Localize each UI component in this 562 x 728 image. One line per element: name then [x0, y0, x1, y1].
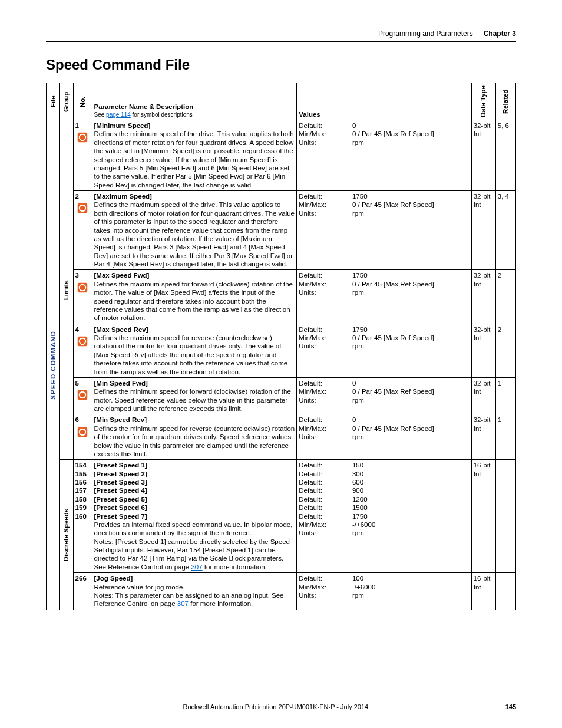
- edit-icon: [77, 336, 88, 347]
- group-discrete-speeds: Discrete Speeds: [59, 460, 73, 610]
- edit-icon: [77, 427, 88, 437]
- param-no: 154155156157158159160: [73, 460, 92, 573]
- edit-icon: [77, 390, 88, 400]
- param-related: [495, 460, 515, 573]
- edit-icon: [77, 203, 88, 213]
- page-number: 145: [505, 703, 516, 710]
- param-no: 6: [73, 414, 92, 460]
- param-value-values: 17500 / Par 45 [Max Ref Speed]rpm: [351, 324, 471, 377]
- col-related: Related: [495, 83, 515, 120]
- col-param: Parameter Name & Description See page 11…: [92, 83, 297, 120]
- param-value-labels: Default:Min/Max:Units:: [297, 324, 351, 377]
- param-desc: [Min Speed Fwd]Defines the minimum speed…: [92, 377, 297, 414]
- param-value-values: 00 / Par 45 [Max Ref Speed]rpm: [351, 414, 471, 460]
- param-related: 2: [495, 270, 515, 324]
- chapter-title: Programming and Parameters: [378, 29, 473, 38]
- param-value-labels: Default:Min/Max:Units:: [297, 377, 351, 414]
- col-group: Group: [59, 83, 73, 120]
- chapter-label: Chapter 3: [484, 29, 516, 38]
- param-value-labels: Default:Default:Default:Default:Default:…: [297, 460, 351, 573]
- param-datatype: 32-bit Int: [471, 120, 495, 191]
- col-param-sub-prefix: See: [94, 111, 107, 118]
- col-values: Values: [297, 83, 471, 120]
- param-value-values: 00 / Par 45 [Max Ref Speed]rpm: [351, 120, 471, 191]
- param-related: 2: [495, 324, 515, 377]
- param-value-values: 17500 / Par 45 [Max Ref Speed]rpm: [351, 191, 471, 270]
- param-datatype: 32-bit Int: [471, 414, 495, 460]
- param-value-labels: Default:Min/Max:Units:: [297, 414, 351, 460]
- param-related: 5, 6: [495, 120, 515, 191]
- param-value-labels: Default:Min/Max:Units:: [297, 270, 351, 324]
- param-desc: [Maximum Speed]Defines the maximum speed…: [92, 191, 297, 270]
- param-desc: [Min Speed Rev]Defines the minimum speed…: [92, 414, 297, 460]
- param-no: 3: [73, 270, 92, 324]
- publication-info: Rockwell Automation Publication 20P-UM00…: [183, 703, 368, 710]
- col-datatype: Data Type: [471, 83, 495, 120]
- edit-icon: [77, 282, 88, 293]
- col-file: File: [47, 83, 60, 120]
- file-speed-command: SPEED COMMAND: [47, 120, 60, 610]
- page-header: Programming and Parameters Chapter 3: [46, 29, 516, 42]
- param-datatype: 32-bit Int: [471, 324, 495, 377]
- param-no: 2: [73, 191, 92, 270]
- param-datatype: 32-bit Int: [471, 191, 495, 270]
- page-307-link[interactable]: 307: [177, 600, 189, 607]
- param-value-values: 100-/+6000rpm: [351, 573, 471, 610]
- param-value-values: 00 / Par 45 [Max Ref Speed]rpm: [351, 377, 471, 414]
- page-114-link[interactable]: page 114: [106, 111, 131, 118]
- param-datatype: 16-bit Int: [471, 573, 495, 610]
- col-param-name: Parameter Name & Description: [94, 103, 295, 111]
- page-307-link[interactable]: 307: [191, 564, 202, 571]
- param-no: 266: [73, 573, 92, 610]
- param-desc: [Minimum Speed]Defines the minimum speed…: [92, 120, 297, 191]
- col-no: No.: [73, 83, 92, 120]
- param-related: [495, 573, 515, 610]
- param-no: 4: [73, 324, 92, 377]
- edit-icon: [77, 132, 88, 143]
- param-related: 1: [495, 414, 515, 460]
- param-datatype: 32-bit Int: [471, 270, 495, 324]
- param-desc: [Preset Speed 1][Preset Speed 2][Preset …: [92, 460, 297, 573]
- param-datatype: 16-bit Int: [471, 460, 495, 573]
- group-limits: Limits: [59, 120, 73, 460]
- page-footer: Rockwell Automation Publication 20P-UM00…: [46, 703, 516, 710]
- section-title: Speed Command File: [46, 57, 516, 73]
- col-param-sub-suffix: for symbol descriptions: [131, 111, 193, 118]
- param-value-labels: Default:Min/Max:Units:: [297, 573, 351, 610]
- param-related: 1: [495, 377, 515, 414]
- param-desc: [Max Speed Fwd]Defines the maximum speed…: [92, 270, 297, 324]
- param-value-labels: Default:Min/Max:Units:: [297, 120, 351, 191]
- param-related: 3, 4: [495, 191, 515, 270]
- param-datatype: 32-bit Int: [471, 377, 495, 414]
- parameter-table: File Group No. Parameter Name & Descript…: [46, 83, 516, 610]
- param-value-values: 17500 / Par 45 [Max Ref Speed]rpm: [351, 270, 471, 324]
- param-value-labels: Default:Min/Max:Units:: [297, 191, 351, 270]
- param-desc: [Jog Speed]Reference value for jog mode.…: [92, 573, 297, 610]
- param-no: 1: [73, 120, 92, 191]
- param-value-values: 150300600900120015001750-/+6000rpm: [351, 460, 471, 573]
- param-desc: [Max Speed Rev]Defines the maximum speed…: [92, 324, 297, 377]
- param-no: 5: [73, 377, 92, 414]
